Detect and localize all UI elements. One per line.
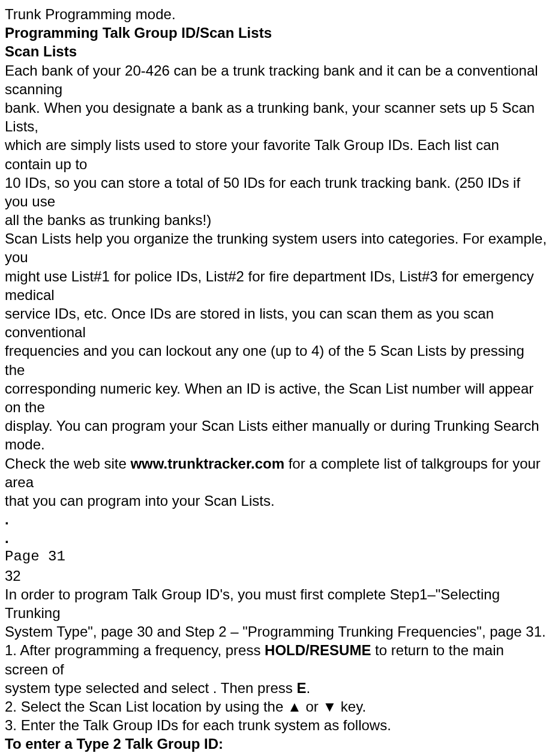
spacer-dot: .	[5, 529, 547, 547]
body-text: 10 IDs, so you can store a total of 50 I…	[5, 173, 547, 211]
body-text: or	[302, 698, 323, 715]
body-text: which are simply lists used to store you…	[5, 136, 547, 173]
body-text: corresponding numeric key. When an ID is…	[5, 379, 547, 416]
body-text: display. You can program your Scan Lists…	[5, 416, 547, 454]
body-text: that you can program into your Scan List…	[5, 491, 547, 510]
body-text: 1. After programming a frequency, press	[5, 642, 265, 658]
body-text: Each bank of your 20-426 can be a trunk …	[5, 61, 547, 98]
body-text: might use List#1 for police IDs, List#2 …	[5, 267, 547, 304]
body-text: system type selected and select . Then p…	[5, 680, 296, 696]
body-text: Scan Lists help you organize the trunkin…	[5, 229, 547, 266]
step-text: 1. After programming a frequency, press …	[5, 641, 547, 678]
url-text: www.trunktracker.com	[130, 455, 284, 472]
heading-programming-talk-group: Programming Talk Group ID/Scan Lists	[5, 23, 547, 42]
body-text: Trunk Programming mode.	[5, 5, 547, 23]
heading-scan-lists: Scan Lists	[5, 42, 547, 61]
step-text: 1. Enter the ID you want to store by usi…	[5, 754, 547, 757]
step-text: 3. Enter the Talk Group IDs for each tru…	[5, 716, 547, 734]
down-arrow-icon: ▼	[322, 698, 337, 715]
body-text: System Type", page 30 and Step 2 – "Prog…	[5, 622, 547, 641]
body-text: Check the web site www.trunktracker.com …	[5, 454, 547, 491]
body-text: frequencies and you can lockout any one …	[5, 341, 547, 379]
page-number: 32	[5, 566, 547, 585]
body-text: key.	[337, 698, 366, 715]
step-text: 2. Select the Scan List location by usin…	[5, 697, 547, 716]
body-text: 2. Select the Scan List location by usin…	[5, 698, 287, 715]
body-text: Check the web site	[5, 455, 130, 472]
body-text: all the banks as trunking banks!)	[5, 211, 547, 229]
body-text: In order to program Talk Group ID's, you…	[5, 585, 547, 622]
key-label: E	[296, 680, 306, 696]
body-text: service IDs, etc. Once IDs are stored in…	[5, 304, 547, 341]
body-text: .	[306, 680, 310, 696]
step-text: system type selected and select . Then p…	[5, 679, 547, 697]
up-arrow-icon: ▲	[287, 698, 302, 715]
key-label: HOLD/RESUME	[265, 642, 371, 658]
page-label: Page 31	[5, 547, 547, 566]
spacer-dot: .	[5, 510, 547, 529]
heading-type2-id: To enter a Type 2 Talk Group ID:	[5, 734, 547, 753]
body-text: bank. When you designate a bank as a tru…	[5, 98, 547, 136]
